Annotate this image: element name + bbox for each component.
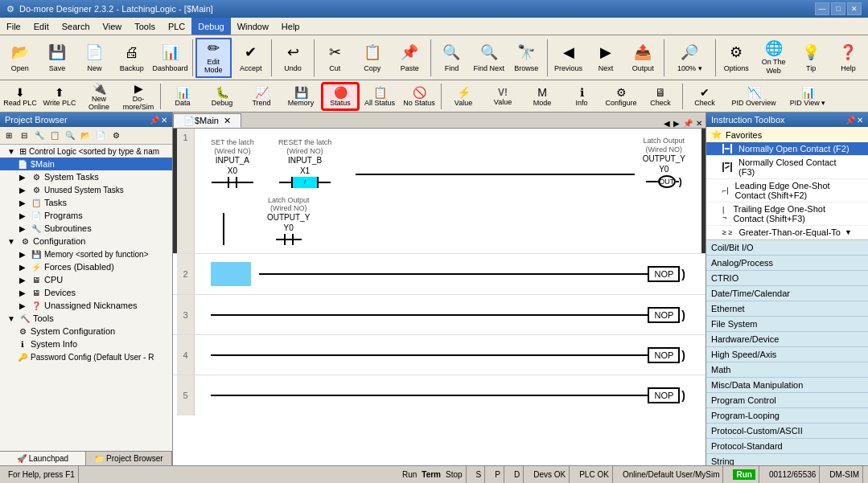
- configure-button[interactable]: ⚙ Configure: [602, 82, 640, 111]
- launchpad-tab[interactable]: 🚀 Launchpad: [0, 452, 86, 465]
- smain-content-tab[interactable]: 📄 $Main ✕: [173, 113, 241, 128]
- it-item-te-contact[interactable]: |¬ Trailing Edge One-Shot Contact (Shift…: [706, 203, 868, 226]
- project-browser-tab[interactable]: 📁 Project Browser: [86, 452, 172, 465]
- debug2-button[interactable]: 🐛 Debug: [203, 82, 241, 111]
- output-button[interactable]: 📤 Output: [625, 38, 661, 78]
- domore-button[interactable]: ▶ Do-more/Sim: [119, 82, 158, 111]
- allstatus-button[interactable]: 📋 All Status: [360, 82, 399, 111]
- findnext-button[interactable]: 🔍 Find Next: [471, 38, 507, 78]
- tree-forces[interactable]: ▶ ⚡ Forces (Disabled): [0, 260, 172, 273]
- it-filesystem-category[interactable]: File System: [706, 317, 868, 332]
- it-string-category[interactable]: String: [706, 454, 868, 465]
- it-math-category[interactable]: Math: [706, 362, 868, 378]
- menu-debug[interactable]: Debug: [191, 18, 230, 35]
- tree-unused-system-tasks[interactable]: ▶ ⚙ Unused System Tasks: [0, 183, 172, 196]
- it-pin-icon[interactable]: 📌: [845, 116, 855, 125]
- it-item-no-contact[interactable]: Normally Open Contact (F2): [706, 142, 868, 156]
- window-controls[interactable]: — □ ✕: [815, 2, 862, 15]
- pb-btn4[interactable]: 📋: [47, 129, 62, 143]
- tree-sysconfg[interactable]: ⚙ System Configuration: [0, 325, 172, 338]
- it-hardware-category[interactable]: Hardware/Device: [706, 332, 868, 347]
- pb-expand-all[interactable]: ⊞: [2, 129, 16, 143]
- tree-password[interactable]: 🔑 Password Config (Default User - R: [0, 350, 172, 363]
- cut-button[interactable]: ✂ Cut: [317, 38, 353, 78]
- value-button[interactable]: V! Value: [483, 82, 522, 111]
- pidoverview-button[interactable]: 📉 PID Overview: [725, 82, 783, 111]
- it-item-le-contact[interactable]: ⌐| Leading Edge One-Shot Contact (Shift+…: [706, 179, 868, 203]
- tab-next-icon[interactable]: ▶: [673, 119, 680, 128]
- pb-content[interactable]: ▼ ⊞ Control Logic <sorted by type & nam …: [0, 145, 172, 451]
- menu-window[interactable]: Window: [231, 18, 275, 35]
- menu-file[interactable]: File: [0, 18, 27, 35]
- tab-prev-icon[interactable]: ◀: [664, 119, 670, 128]
- it-item-gte[interactable]: ≥ ≥ Greater-Than-or-Equal-To ▼: [706, 226, 868, 239]
- options-button[interactable]: ⚙ Options: [718, 38, 755, 78]
- trend-button[interactable]: 📈 Trend: [242, 82, 281, 111]
- tree-programs[interactable]: ▶ 📄 Programs: [0, 209, 172, 222]
- menu-edit[interactable]: Edit: [27, 18, 56, 35]
- pb-collapse-all[interactable]: ⊟: [17, 129, 31, 143]
- tab-pin-icon[interactable]: 📌: [683, 119, 693, 128]
- close-button[interactable]: ✕: [847, 2, 862, 15]
- readplc-button[interactable]: ⬇ Read PLC: [1, 82, 39, 111]
- previous-button[interactable]: ◀ Previous: [550, 38, 586, 78]
- ladder-view[interactable]: 1 SET the latch(Wired NO) INPUT_A X0: [173, 129, 706, 465]
- it-looping-category[interactable]: Program-Looping: [706, 408, 868, 424]
- menu-view[interactable]: View: [97, 18, 129, 35]
- help-button[interactable]: ❓ Help: [830, 38, 866, 78]
- tree-tasks[interactable]: ▶ 📋 Tasks: [0, 196, 172, 209]
- open-button[interactable]: 📂 Open: [2, 38, 38, 78]
- editmode-button[interactable]: ✏ Edit Mode: [195, 38, 232, 78]
- it-misc-category[interactable]: Misc/Data Manipulation: [706, 378, 868, 393]
- tree-devices[interactable]: ▶ 🖥 Devices: [0, 286, 172, 299]
- menu-tools[interactable]: Tools: [128, 18, 162, 35]
- tip-button[interactable]: 💡 Tip: [792, 38, 829, 78]
- it-item-nc-contact[interactable]: Normally Closed Contact (F3): [706, 156, 868, 179]
- pb-pin-icon[interactable]: 📌: [150, 116, 159, 125]
- forces-button[interactable]: ⚡ Value: [444, 82, 483, 111]
- accept-button[interactable]: ✔ Accept: [232, 38, 269, 78]
- zoom-button[interactable]: 🔎 100% ▾: [667, 38, 713, 78]
- it-program-category[interactable]: Program Control: [706, 393, 868, 408]
- tree-unassigned[interactable]: ▶ ❓ Unassigned Nicknames: [0, 299, 172, 312]
- menu-search[interactable]: Search: [56, 18, 97, 35]
- paste-button[interactable]: 📌 Paste: [391, 38, 427, 78]
- devices-button[interactable]: 🖥 Check: [641, 82, 680, 111]
- status-button[interactable]: 🔴 Status: [321, 82, 360, 111]
- pidview-button[interactable]: 📊 PID View ▾: [784, 82, 832, 111]
- memory-button[interactable]: 💾 Memory: [282, 82, 320, 111]
- tree-memory[interactable]: ▶ 💾 Memory <sorted by function>: [0, 248, 172, 260]
- pb-btn3[interactable]: 🔧: [32, 129, 47, 143]
- next-button[interactable]: ▶ Next: [587, 38, 623, 78]
- it-content[interactable]: ⭐ Favorites Normally Open Contact (F2): [706, 127, 868, 465]
- it-highspeed-category[interactable]: High Speed/Axis: [706, 347, 868, 362]
- it-ctrio-category[interactable]: CTRIO: [706, 271, 868, 286]
- tab-close2-icon[interactable]: ✕: [696, 119, 702, 128]
- tree-smain[interactable]: 📄 $Main: [0, 158, 172, 170]
- pb-btn8[interactable]: ⚙: [109, 129, 123, 143]
- mode-button[interactable]: M Mode: [523, 82, 562, 111]
- undo-button[interactable]: ↩ Undo: [274, 38, 311, 78]
- tree-cpu[interactable]: ▶ 🖥 CPU: [0, 273, 172, 286]
- tree-sysinfo[interactable]: ℹ System Info: [0, 338, 172, 350]
- it-favorites-header[interactable]: ⭐ Favorites: [706, 127, 868, 142]
- save-button[interactable]: 💾 Save: [39, 38, 75, 78]
- tree-tools[interactable]: ▼ 🔨 Tools: [0, 312, 172, 325]
- it-protocolstd-category[interactable]: Protocol-Standard: [706, 439, 868, 454]
- nostatus-button[interactable]: 🚫 No Status: [400, 82, 438, 111]
- tree-subroutines[interactable]: ▶ 🔧 Subroutines: [0, 222, 172, 235]
- new-button[interactable]: 📄 New: [76, 38, 113, 78]
- ontheweb-button[interactable]: 🌐 On The Web: [755, 38, 792, 78]
- writeplc-button[interactable]: ⬆ Write PLC: [40, 82, 79, 111]
- pb-btn5[interactable]: 🔍: [63, 129, 77, 143]
- smain-tab-close[interactable]: ✕: [224, 116, 231, 126]
- browse-button[interactable]: 🔭 Browse: [508, 38, 545, 78]
- pb-btn7[interactable]: 📄: [93, 129, 108, 143]
- copy-button[interactable]: 📋 Copy: [354, 38, 390, 78]
- pb-btn6[interactable]: 📂: [78, 129, 93, 143]
- it-ethernet-category[interactable]: Ethernet: [706, 301, 868, 317]
- it-datetime-category[interactable]: Date/Time/Calendar: [706, 286, 868, 301]
- minimize-button[interactable]: —: [815, 2, 829, 15]
- backup-button[interactable]: 🖨 Backup: [113, 38, 150, 78]
- menu-help[interactable]: Help: [275, 18, 306, 35]
